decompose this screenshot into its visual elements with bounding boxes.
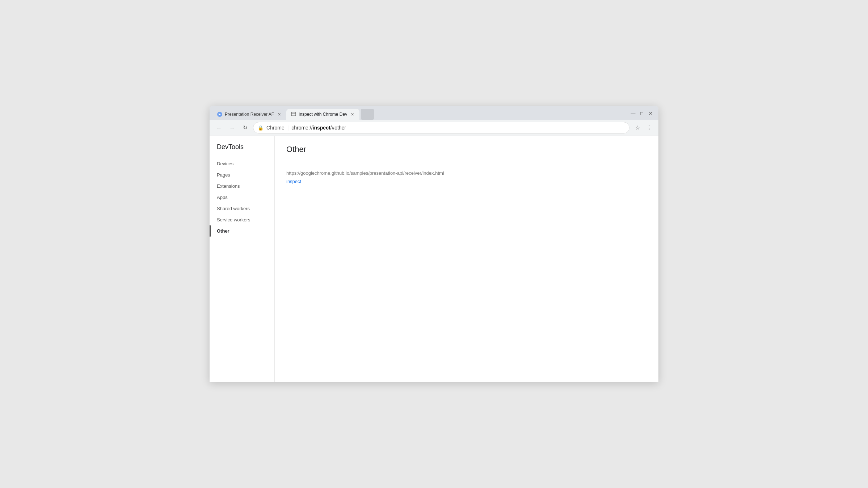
tab-presentation-close[interactable]: ✕: [276, 111, 282, 117]
page-content: DevTools Devices Pages Extensions Apps S…: [210, 136, 658, 382]
address-url-suffix: /#other: [330, 125, 346, 131]
sidebar-item-shared-workers[interactable]: Shared workers: [210, 203, 274, 214]
main-content: Other https://googlechrome.github.io/sam…: [275, 136, 658, 382]
address-bar: ← → ↻ 🔒 Chrome | chrome://inspect/#other…: [210, 120, 658, 136]
presentation-tab-icon: [217, 111, 223, 117]
tab-bar: Presentation Receiver AF ✕ Inspect with …: [210, 109, 627, 120]
sidebar-item-extensions-label: Extensions: [217, 183, 240, 189]
address-url-bold: inspect: [313, 125, 330, 131]
tab-inspect-close[interactable]: ✕: [349, 111, 355, 117]
sidebar-item-pages-label: Pages: [217, 172, 230, 178]
address-input[interactable]: 🔒 Chrome | chrome://inspect/#other: [253, 122, 629, 133]
sidebar-title: DevTools: [210, 143, 274, 158]
sidebar-item-shared-workers-label: Shared workers: [217, 206, 250, 211]
tab-presentation-label: Presentation Receiver AF: [225, 112, 274, 117]
tab-presentation[interactable]: Presentation Receiver AF ✕: [212, 109, 286, 120]
tab-inspect-label: Inspect with Chrome Dev: [299, 112, 347, 117]
new-tab-area: [361, 109, 374, 120]
minimize-button[interactable]: —: [629, 110, 637, 117]
inspect-link[interactable]: inspect: [286, 179, 301, 184]
forward-button[interactable]: →: [227, 123, 237, 133]
sidebar-item-apps[interactable]: Apps: [210, 192, 274, 203]
bookmark-button[interactable]: ☆: [632, 123, 642, 133]
sidebar-item-service-workers-label: Service workers: [217, 217, 250, 222]
address-actions: ☆ ⋮: [632, 123, 654, 133]
sidebar-item-devices[interactable]: Devices: [210, 158, 274, 169]
browser-window: Presentation Receiver AF ✕ Inspect with …: [210, 106, 658, 382]
address-prefix: Chrome: [266, 125, 285, 131]
window-controls: — □ ✕: [627, 110, 658, 120]
sidebar-item-devices-label: Devices: [217, 161, 233, 166]
entry-url: https://googlechrome.github.io/samples/p…: [286, 170, 647, 176]
maximize-button[interactable]: □: [638, 110, 645, 117]
entry-item: https://googlechrome.github.io/samples/p…: [286, 170, 647, 184]
inspect-tab-icon: [291, 111, 296, 117]
sidebar-item-other-label: Other: [217, 228, 229, 234]
sidebar-item-other[interactable]: Other: [210, 225, 274, 237]
lock-icon: 🔒: [258, 125, 264, 131]
more-button[interactable]: ⋮: [644, 123, 654, 133]
back-button[interactable]: ←: [214, 123, 224, 133]
reload-button[interactable]: ↻: [240, 123, 250, 133]
section-divider: [286, 163, 647, 163]
sidebar-item-service-workers[interactable]: Service workers: [210, 214, 274, 225]
svg-rect-1: [291, 112, 296, 116]
tab-inspect[interactable]: Inspect with Chrome Dev ✕: [286, 109, 359, 120]
title-bar: Presentation Receiver AF ✕ Inspect with …: [210, 106, 658, 120]
address-url-prefix: chrome://: [291, 125, 312, 131]
sidebar-item-pages[interactable]: Pages: [210, 169, 274, 181]
sidebar-item-apps-label: Apps: [217, 195, 228, 200]
page-title: Other: [286, 145, 647, 154]
sidebar: DevTools Devices Pages Extensions Apps S…: [210, 136, 275, 382]
close-button[interactable]: ✕: [647, 110, 654, 117]
sidebar-item-extensions[interactable]: Extensions: [210, 181, 274, 192]
address-text: Chrome | chrome://inspect/#other: [266, 125, 625, 131]
